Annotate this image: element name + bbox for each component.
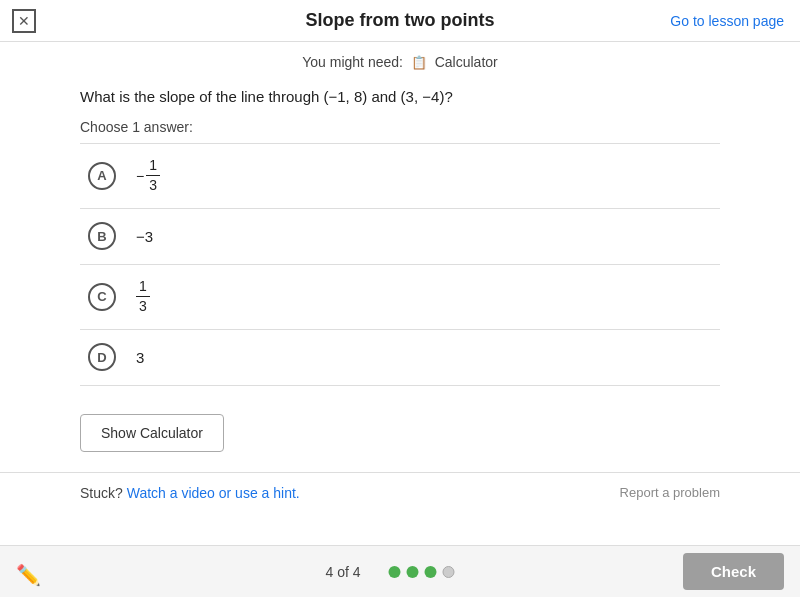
choices-list: A − 1 3 B −3 C 1 3 xyxy=(80,143,720,386)
choice-a[interactable]: A − 1 3 xyxy=(80,144,720,209)
header: ✕ Slope from two points Go to lesson pag… xyxy=(0,0,800,42)
hint-item: Calculator xyxy=(435,54,498,70)
progress-text: 4 of 4 xyxy=(325,564,360,580)
stuck-section: Stuck? Watch a video or use a hint. xyxy=(80,485,300,501)
page-title: Slope from two points xyxy=(306,10,495,31)
choice-b-letter: B xyxy=(88,222,116,250)
choice-c-content: 1 3 xyxy=(136,277,150,317)
question-text: What is the slope of the line through (−… xyxy=(80,86,720,109)
progress-dots xyxy=(389,566,455,578)
choice-c-letter: C xyxy=(88,283,116,311)
hint-row: You might need: 📋 Calculator xyxy=(0,42,800,78)
lesson-link[interactable]: Go to lesson page xyxy=(670,13,784,29)
choice-c[interactable]: C 1 3 xyxy=(80,265,720,330)
close-icon: ✕ xyxy=(18,13,30,29)
dot-4 xyxy=(443,566,455,578)
pencil-icon: ✏️ xyxy=(16,564,41,586)
close-button[interactable]: ✕ xyxy=(12,9,36,33)
neg-fraction-a: − 1 3 xyxy=(136,156,160,196)
choice-a-letter: A xyxy=(88,162,116,190)
bottom-bar: ✏️ 4 of 4 Check xyxy=(0,545,800,597)
dot-1 xyxy=(389,566,401,578)
choice-d-content: 3 xyxy=(136,349,144,366)
main-content: What is the slope of the line through (−… xyxy=(0,78,800,394)
choice-b-content: −3 xyxy=(136,228,153,245)
check-button[interactable]: Check xyxy=(683,553,784,590)
report-problem-link[interactable]: Report a problem xyxy=(620,485,720,500)
hint-prefix: You might need: xyxy=(302,54,403,70)
dot-2 xyxy=(407,566,419,578)
dot-3 xyxy=(425,566,437,578)
hint-link[interactable]: Watch a video or use a hint. xyxy=(127,485,300,501)
choice-a-content: − 1 3 xyxy=(136,156,160,196)
choose-label: Choose 1 answer: xyxy=(80,119,720,135)
calculator-btn-row: Show Calculator xyxy=(0,394,800,472)
choice-b[interactable]: B −3 xyxy=(80,209,720,265)
stuck-row: Stuck? Watch a video or use a hint. Repo… xyxy=(0,472,800,513)
stuck-prefix: Stuck? xyxy=(80,485,123,501)
show-calculator-button[interactable]: Show Calculator xyxy=(80,414,224,452)
choice-d-letter: D xyxy=(88,343,116,371)
pencil-tool[interactable]: ✏️ xyxy=(16,563,41,587)
progress-section: 4 of 4 xyxy=(325,564,474,580)
calculator-icon: 📋 xyxy=(411,55,427,70)
choice-d[interactable]: D 3 xyxy=(80,330,720,386)
